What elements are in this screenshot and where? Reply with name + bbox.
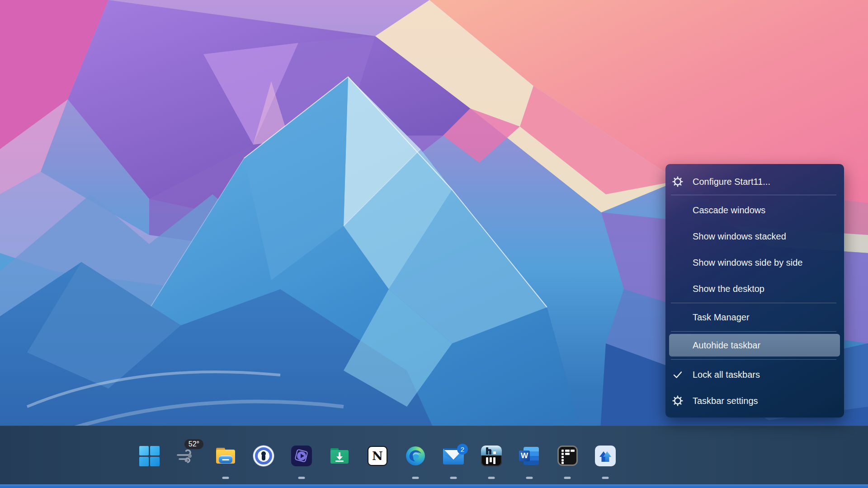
weather-widget[interactable]: 52° (175, 426, 200, 485)
taskbar-audio-bars-app[interactable] (479, 426, 504, 485)
gear-icon (672, 395, 684, 407)
running-indicator (222, 477, 229, 479)
checkmark-icon (672, 369, 684, 380)
menu-separator (671, 331, 836, 332)
taskbar: 52° (0, 426, 868, 484)
play-diamond-icon (291, 446, 312, 466)
menu-item-label: Lock all taskbars (693, 370, 760, 380)
running-indicator (526, 477, 533, 479)
taskbar-premiere-elements[interactable] (289, 426, 314, 485)
edge-swirl-icon (405, 446, 426, 466)
folder-download-icon (329, 446, 350, 466)
wind-icon: 52° (175, 446, 200, 466)
menu-item-label: Cascade windows (693, 205, 765, 216)
taskbar-file-explorer[interactable] (213, 426, 238, 485)
vertical-bars-icon (481, 446, 502, 466)
running-indicator (412, 477, 419, 479)
start-button[interactable] (137, 426, 162, 485)
notion-n-icon: N (368, 446, 387, 466)
taskbar-fences[interactable] (555, 426, 580, 485)
menu-item-taskbar-settings[interactable]: Taskbar settings (665, 388, 844, 414)
up-arrows-icon (595, 446, 616, 466)
keyhole-icon (253, 446, 274, 466)
running-indicator (564, 477, 571, 479)
unread-count-badge: 2 (457, 444, 468, 455)
taskbar-start11[interactable] (593, 426, 618, 485)
menu-separator (671, 359, 836, 360)
menu-item-lock-all-taskbars[interactable]: Lock all taskbars (665, 361, 844, 388)
menu-item-label: Task Manager (693, 312, 750, 323)
menu-item-show-the-desktop[interactable]: Show the desktop (665, 276, 844, 302)
word-icon: W (519, 446, 540, 466)
fences-blocks-icon (557, 446, 578, 466)
menu-item-label: Show the desktop (693, 284, 764, 294)
menu-item-task-manager[interactable]: Task Manager (665, 304, 844, 330)
menu-item-label: Show windows stacked (693, 231, 786, 242)
taskbar-mail[interactable]: 2 (441, 426, 466, 485)
gear-icon (672, 176, 684, 188)
menu-item-configure-start11[interactable]: Configure Start11... (665, 170, 844, 193)
word-w-letter: W (519, 450, 530, 461)
running-indicator (450, 477, 457, 479)
folder-icon (215, 446, 236, 466)
menu-item-autohide-taskbar[interactable]: Autohide taskbar (669, 334, 840, 357)
taskbar-word[interactable]: W (517, 426, 542, 485)
menu-item-show-windows-stacked[interactable]: Show windows stacked (665, 223, 844, 249)
menu-item-show-windows-side-by-side[interactable]: Show windows side by side (665, 249, 844, 276)
running-indicator (602, 477, 609, 479)
running-indicator (488, 477, 495, 479)
envelope-icon: 2 (443, 448, 464, 465)
menu-separator (671, 195, 836, 195)
taskbar-1password[interactable] (251, 426, 276, 485)
menu-item-label: Taskbar settings (693, 396, 758, 406)
taskbar-edge-strip (0, 484, 868, 488)
temperature-badge: 52° (184, 439, 203, 449)
menu-item-label: Configure Start11... (693, 177, 770, 187)
menu-item-label: Autohide taskbar (693, 340, 760, 351)
windows-logo-icon (139, 446, 160, 467)
running-indicator (298, 477, 305, 479)
desktop: 52° (0, 0, 868, 488)
menu-item-label: Show windows side by side (693, 258, 802, 268)
taskbar-items: 52° (137, 426, 618, 485)
taskbar-notion[interactable]: N (365, 426, 390, 485)
taskbar-downloads-folder[interactable] (327, 426, 352, 485)
taskbar-context-menu: Configure Start11... Cascade windows Sho… (665, 164, 844, 418)
menu-item-cascade-windows[interactable]: Cascade windows (665, 197, 844, 223)
taskbar-edge[interactable] (403, 426, 428, 485)
menu-separator (671, 303, 836, 303)
